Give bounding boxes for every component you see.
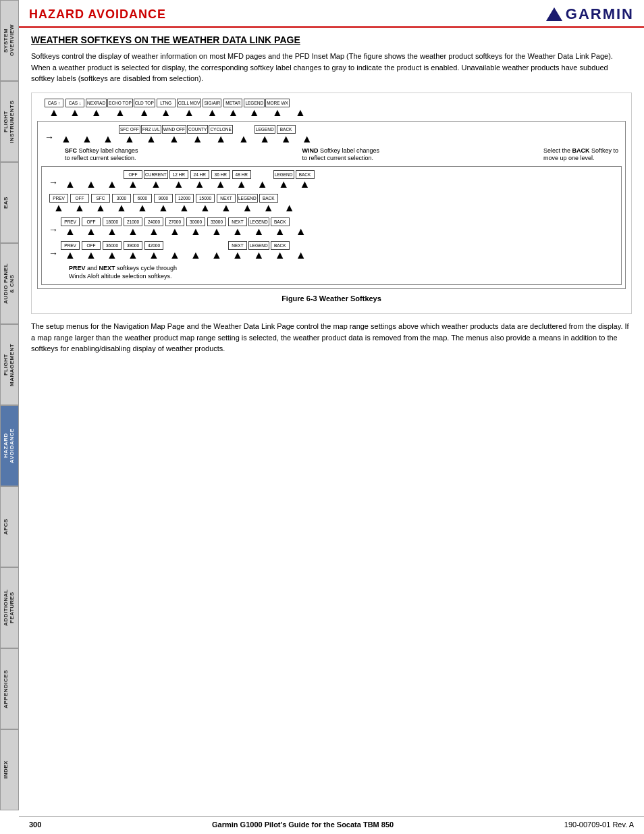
- sk-24000[interactable]: 24000 ▲: [144, 217, 164, 237]
- sk-ltng[interactable]: LTNG ▲: [156, 99, 176, 118]
- sub-rows-box: → ▲ ▲ ▲: [37, 121, 626, 290]
- softkey-row-4: PREV ▲ OFF ▲ SFC ▲: [45, 194, 618, 213]
- sk-sfc-r4[interactable]: SFC ▲: [90, 194, 111, 213]
- sk-more-wx[interactable]: MORE WX ▲: [265, 99, 290, 118]
- sk-39000[interactable]: 39000 ▲: [123, 241, 143, 261]
- sk-back-r5[interactable]: BACK ▲: [270, 217, 290, 237]
- sk-sfc-off[interactable]: SFC OFF ▲: [119, 125, 140, 145]
- sk-legend-r4[interactable]: LEGEND ▲: [237, 194, 258, 213]
- sidebar-item-additional-features[interactable]: ADDITIONALFEATURES: [0, 567, 19, 648]
- softkey-row-5: → PREV ▲ OFF ▲ 18000 ▲: [45, 217, 618, 237]
- sk-arrow-r6-4: ▲: [128, 250, 138, 261]
- sk-legend-r6[interactable]: LEGEND ▲: [248, 241, 269, 261]
- sk-12hr[interactable]: 12 HR ▲: [169, 170, 189, 190]
- sk-arrow-r4-7: ▲: [179, 203, 190, 213]
- sk-arrow-1: ▲: [49, 107, 59, 118]
- sidebar: SYSTEMOVERVIEW FLIGHTINSTRUMENTS EAS AUD…: [0, 0, 19, 810]
- sk-arrow-r3-3: ▲: [107, 179, 117, 190]
- page-number: 300: [29, 820, 41, 829]
- sfc-bold: SFC: [65, 147, 77, 154]
- sidebar-item-flight-instruments[interactable]: FLIGHTINSTRUMENTS: [0, 81, 19, 162]
- sk-27000[interactable]: 27000 ▲: [165, 217, 185, 237]
- sk-county[interactable]: COUNTY ▲: [187, 125, 208, 145]
- sk-off-r6[interactable]: OFF ▲: [81, 241, 101, 261]
- sk-arrow-8: ▲: [207, 107, 217, 118]
- sk-next-r6[interactable]: NEXT ▲: [227, 241, 248, 261]
- sk-next-r5[interactable]: NEXT ▲: [227, 217, 248, 237]
- sk-42000[interactable]: 42000 ▲: [144, 241, 164, 261]
- sk-arrow-r4-11: ▲: [263, 203, 274, 213]
- sk-6000[interactable]: 6000 ▲: [132, 194, 153, 213]
- sk-9000[interactable]: 9000 ▲: [153, 194, 173, 213]
- sk-cld-top[interactable]: CLD TOP ▲: [134, 99, 155, 118]
- sk-legend-1[interactable]: LEGEND ▲: [244, 99, 265, 118]
- sk-15000[interactable]: 15000 ▲: [195, 194, 215, 213]
- sk-back-r6[interactable]: BACK ▲: [270, 241, 290, 261]
- sidebar-item-system-overview[interactable]: SYSTEMOVERVIEW: [0, 0, 19, 81]
- sidebar-item-hazard-avoidance[interactable]: HAZARDAVOIDANCE: [0, 405, 19, 486]
- sk-legend-r2[interactable]: LEGEND ▲: [254, 125, 275, 145]
- sk-30000[interactable]: 30000 ▲: [186, 217, 206, 237]
- sk-33000[interactable]: 33000 ▲: [207, 217, 227, 237]
- sk-arrow-r2-5: ▲: [146, 134, 157, 145]
- sk-arrow-r6-2: ▲: [86, 250, 97, 261]
- sk-metar[interactable]: METAR ▲: [223, 99, 243, 118]
- sk-cell-mov[interactable]: CELL MOV ▲: [177, 99, 202, 118]
- sk-48hr[interactable]: 48 HR ▲: [232, 170, 252, 190]
- sidebar-item-audio-panel[interactable]: AUDIO PANEL& CNS: [0, 243, 19, 324]
- sk-arrow-r3-11: ▲: [278, 179, 289, 190]
- sk-back-r4[interactable]: BACK ▲: [259, 194, 279, 213]
- row2-note-right: Select the BACK Softkey tomove up one le…: [543, 147, 618, 163]
- sk-arrow-r6-11: ▲: [275, 250, 286, 261]
- sk-off-r4[interactable]: OFF ▲: [70, 194, 90, 213]
- sidebar-item-afcs[interactable]: AFCS: [0, 486, 19, 567]
- sk-24hr[interactable]: 24 HR ▲: [190, 170, 210, 190]
- sk-arrow-r5-7: ▲: [190, 226, 201, 237]
- sk-prev-r4[interactable]: PREV ▲: [49, 194, 69, 213]
- sk-arrow-r2-11: ▲: [281, 134, 292, 145]
- sk-arrow-r3-6: ▲: [173, 179, 184, 190]
- sk-current[interactable]: CURRENT ▲: [144, 170, 168, 190]
- sk-cyclone[interactable]: CYCLONE ▲: [209, 125, 232, 145]
- sk-21000[interactable]: 21000 ▲: [123, 217, 143, 237]
- sk-frz-lvl[interactable]: FRZ LVL ▲: [141, 125, 161, 145]
- sk-3000[interactable]: 3000 ▲: [111, 194, 132, 213]
- sk-legend-r3[interactable]: LEGEND ▲: [273, 170, 294, 190]
- sk-echo-top[interactable]: ECHO TOP ▲: [107, 99, 133, 118]
- sk-cas-up[interactable]: CAS ↑ ▲: [44, 99, 64, 118]
- sk-off-r3[interactable]: OFF ▲: [123, 170, 143, 190]
- sidebar-item-eas[interactable]: EAS: [0, 162, 19, 243]
- sk-arrow-r3-8: ▲: [215, 179, 226, 190]
- sk-nexrad[interactable]: NEXRAD ▲: [86, 99, 107, 118]
- sk-next-r4[interactable]: NEXT ▲: [216, 194, 236, 213]
- sk-off-r5[interactable]: OFF ▲: [81, 217, 101, 237]
- sk-18000[interactable]: 18000 ▲: [102, 217, 122, 237]
- sk-arrow-10: ▲: [249, 107, 260, 118]
- row2-note-center: WIND Softkey label changesto reflect cur…: [302, 147, 379, 163]
- next-bold: NEXT: [99, 265, 115, 271]
- sk-legend-r5[interactable]: LEGEND ▲: [248, 217, 269, 237]
- sk-prev-r5[interactable]: PREV ▲: [60, 217, 80, 237]
- page-header: HAZARD AVOIDANCE GARMIN: [19, 0, 644, 28]
- sk-12000[interactable]: 12000 ▲: [174, 194, 194, 213]
- sk-prev-r6[interactable]: PREV ▲: [60, 241, 80, 261]
- sidebar-item-index[interactable]: INDEX: [0, 729, 19, 810]
- sk-sig-air[interactable]: SIG/AIR ▲: [202, 99, 222, 118]
- prev-bold: PREV: [69, 265, 86, 271]
- sk-arrow-r5-2: ▲: [86, 226, 97, 237]
- sk-arrow-r2-1: ▲: [61, 134, 72, 145]
- sk-cas-down[interactable]: CAS ↓ ▲: [65, 99, 85, 118]
- arrow-pointer-2: →: [45, 132, 54, 142]
- sk-empty-r2-12: ▲: [297, 125, 317, 145]
- sk-back-r2[interactable]: BACK ▲: [276, 125, 296, 145]
- sk-arrow-r2-3: ▲: [103, 134, 113, 145]
- sk-arrow-r4-2: ▲: [74, 203, 85, 213]
- sidebar-item-flight-management[interactable]: FLIGHTMANAGEMENT: [0, 324, 19, 405]
- sk-back-r3[interactable]: BACK ▲: [295, 170, 315, 190]
- sk-wind-off[interactable]: WIND OFF ▲: [162, 125, 186, 145]
- sk-36hr[interactable]: 36 HR ▲: [211, 170, 231, 190]
- sk-36000[interactable]: 36000 ▲: [102, 241, 122, 261]
- softkey-row-2: → ▲ ▲ ▲: [41, 125, 622, 163]
- sk-empty-r6-8: ▲: [207, 241, 227, 261]
- sidebar-item-appendices[interactable]: APPENDICES: [0, 648, 19, 729]
